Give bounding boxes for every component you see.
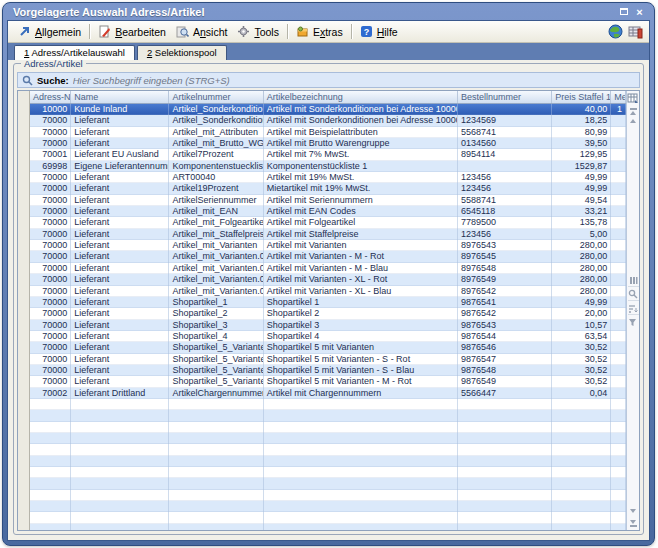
table-row[interactable]: 70000LieferantShopartikel_5_Varianten.1S… bbox=[30, 354, 626, 365]
table-row[interactable]: 70000LieferantArtikel_mit_AttributenArti… bbox=[30, 127, 626, 138]
table-row[interactable]: 70000LieferantART00040Artikel mit 19% Mw… bbox=[30, 172, 626, 183]
cell-bestellnummer: 5588741 bbox=[458, 195, 552, 206]
search-tool-icon[interactable] bbox=[628, 290, 639, 301]
title-bar[interactable]: Vorgelagerte Auswahl Adress/Artikel × bbox=[7, 3, 650, 20]
column-header-name[interactable]: Name bbox=[71, 91, 169, 103]
cell-artikelbezeichnung: Artikel mit Seriennummern bbox=[264, 195, 458, 206]
table-row[interactable]: 70000LieferantArtikel_mit_EANArtikel mit… bbox=[30, 206, 626, 217]
cell-bestellnummer: 9876549 bbox=[458, 376, 552, 387]
cell-preis_staffel_1: 49,99 bbox=[552, 183, 611, 194]
table-row[interactable]: 70000LieferantArtikel_SonderkonditionenA… bbox=[30, 115, 626, 126]
table-row[interactable]: 70000LieferantArtikel_mit_Varianten.006A… bbox=[30, 286, 626, 297]
cell-bestellnummer: 7789500 bbox=[458, 217, 552, 228]
column-header-artikelnummer[interactable]: Artikelnummer bbox=[169, 91, 263, 103]
cell-preis_staffel_1: 10,57 bbox=[552, 320, 611, 331]
table-row[interactable]: 70000LieferantShopartikel_4Shopartikel 4… bbox=[30, 331, 626, 342]
table-row[interactable]: 70000LieferantShopartikel_5_VariantenSho… bbox=[30, 342, 626, 353]
cell-artikelnummer: Artikel_mit_Brutto_WGR bbox=[169, 138, 263, 149]
cell-name: Lieferant bbox=[71, 115, 169, 126]
cell-adressnr bbox=[30, 512, 71, 523]
cell-name bbox=[71, 467, 169, 478]
menu-extras[interactable]: Extras bbox=[291, 23, 348, 40]
cell-adressnr bbox=[30, 501, 71, 512]
scroll-bottom-button[interactable] bbox=[628, 518, 639, 528]
cell-bestellnummer bbox=[458, 490, 552, 501]
cell-preis_staffel_1: 30,52 bbox=[552, 342, 611, 353]
table-row[interactable]: 70000LieferantShopartikel_5_Varianten.2S… bbox=[30, 365, 626, 376]
close-button[interactable]: × bbox=[633, 6, 646, 18]
menu-hilfe[interactable]: ? Hilfe bbox=[355, 23, 403, 40]
cell-adressnr: 70000 bbox=[30, 240, 71, 251]
cell-artikelnummer: Shopartikel_5_Varianten.3 bbox=[169, 376, 263, 387]
cell-artikelnummer: Artikel_mit_Varianten.005 bbox=[169, 274, 263, 285]
table-row[interactable]: 70000LieferantArtikel_mit_StaffelpreiseA… bbox=[30, 229, 626, 240]
cell-artikelnummer bbox=[169, 422, 263, 433]
column-header-artikelbezeichnung[interactable]: Artikelbezeichnung bbox=[264, 91, 458, 103]
cell-adressnr: 69998 bbox=[30, 161, 71, 172]
scroll-up-button[interactable] bbox=[628, 116, 639, 126]
maximize-button[interactable] bbox=[617, 6, 630, 18]
table-row[interactable]: 70001Lieferant EU AuslandArtikel7Prozent… bbox=[30, 149, 626, 160]
cell-menge bbox=[611, 149, 626, 160]
cell-menge bbox=[611, 331, 626, 342]
tab-selektionspool[interactable]: 2 Selektionspool bbox=[137, 45, 227, 60]
menu-bearbeiten[interactable]: Bearbeiten bbox=[93, 23, 171, 40]
table-row[interactable]: 70002Lieferant DrittlandArtikelChargennu… bbox=[30, 388, 626, 399]
pin-columns-icon[interactable] bbox=[628, 276, 639, 287]
cell-preis_staffel_1: 280,00 bbox=[552, 240, 611, 251]
column-header-preis_staffel_1[interactable]: Preis Staffel 1 bbox=[552, 91, 611, 103]
table-row[interactable]: 70000LieferantArtikel_mit_Varianten.003A… bbox=[30, 251, 626, 262]
table-row[interactable]: 70000LieferantArtikel_mit_VariantenArtik… bbox=[30, 240, 626, 251]
table-row[interactable]: 70000LieferantArtikel_mit_Varianten.004A… bbox=[30, 263, 626, 274]
table-row[interactable]: 70000LieferantArtikel_mit_Brutto_WGRArti… bbox=[30, 138, 626, 149]
scroll-down-button[interactable] bbox=[628, 506, 639, 516]
extras-box-icon bbox=[296, 25, 309, 38]
cell-artikelbezeichnung: Artikel mit Varianten - M - Rot bbox=[264, 251, 458, 262]
table-row[interactable]: 10000Kunde InlandArtikel_Sonderkondition… bbox=[30, 104, 626, 115]
database-button[interactable] bbox=[627, 24, 644, 40]
cell-menge bbox=[611, 127, 626, 138]
column-chooser-icon[interactable] bbox=[627, 92, 639, 104]
table-row[interactable]: 70000LieferantShopartikel_2Shopartikel 2… bbox=[30, 308, 626, 319]
cell-menge bbox=[611, 354, 626, 365]
scroll-top-button[interactable] bbox=[628, 106, 639, 116]
cell-name: Lieferant bbox=[71, 251, 169, 262]
menu-tools[interactable]: Tools bbox=[232, 23, 284, 40]
menu-allgemein[interactable]: Allgemein bbox=[13, 23, 86, 40]
menu-ansicht[interactable]: Ansicht bbox=[171, 23, 232, 40]
cell-adressnr: 70000 bbox=[30, 263, 71, 274]
cell-preis_staffel_1: 280,00 bbox=[552, 251, 611, 262]
globe-button[interactable] bbox=[607, 24, 624, 40]
cell-artikelnummer: Artikel19Prozent bbox=[169, 183, 263, 194]
cell-adressnr: 70000 bbox=[30, 376, 71, 387]
table-row[interactable]: 70000LieferantShopartikel_3Shopartikel 3… bbox=[30, 320, 626, 331]
filter-tool-icon[interactable] bbox=[628, 318, 639, 329]
table-row[interactable]: 70000LieferantArtikel19ProzentMietartike… bbox=[30, 183, 626, 194]
cell-preis_staffel_1: 80,99 bbox=[552, 127, 611, 138]
search-input[interactable] bbox=[73, 75, 635, 86]
column-header-menge[interactable]: Me bbox=[611, 91, 626, 103]
column-header-bestellnummer[interactable]: Bestellnummer bbox=[458, 91, 552, 103]
row-selector-gutter[interactable] bbox=[18, 91, 30, 530]
table-row[interactable]: 70000LieferantArtikelSeriennummerArtikel… bbox=[30, 195, 626, 206]
cell-artikelbezeichnung: Artikel mit Varianten - M - Blau bbox=[264, 263, 458, 274]
column-header-adressnr[interactable]: Adress-Nr. bbox=[30, 91, 71, 103]
cell-adressnr: 70000 bbox=[30, 342, 71, 353]
cell-adressnr: 70000 bbox=[30, 229, 71, 240]
empty-row bbox=[30, 467, 626, 478]
table-row[interactable]: 70000LieferantArtikel_mit_Varianten.005A… bbox=[30, 274, 626, 285]
table-row[interactable]: 70000LieferantArtikel_mit_FolgeartikelAr… bbox=[30, 217, 626, 228]
table-row[interactable]: 69998Eigene Lieferantennummer -FirmaKomp… bbox=[30, 161, 626, 172]
cell-adressnr: 70000 bbox=[30, 354, 71, 365]
table-row[interactable]: 70000LieferantShopartikel_5_Varianten.3S… bbox=[30, 376, 626, 387]
sort-tool-icon[interactable] bbox=[628, 304, 639, 315]
cell-preis_staffel_1 bbox=[552, 410, 611, 421]
table-row[interactable]: 70000LieferantShopartikel_1Shopartikel 1… bbox=[30, 297, 626, 308]
tab-content-pane: Adress/Artikel Suche: Adress-Nr.NameArti… bbox=[8, 60, 649, 540]
tab-adress-artikelauswahl[interactable]: 1 Adress/Artikelauswahl bbox=[14, 45, 135, 60]
cell-bestellnummer bbox=[458, 399, 552, 410]
cell-preis_staffel_1 bbox=[552, 433, 611, 444]
cell-preis_staffel_1: 30,52 bbox=[552, 365, 611, 376]
cell-name: Lieferant bbox=[71, 376, 169, 387]
cell-name: Lieferant bbox=[71, 354, 169, 365]
